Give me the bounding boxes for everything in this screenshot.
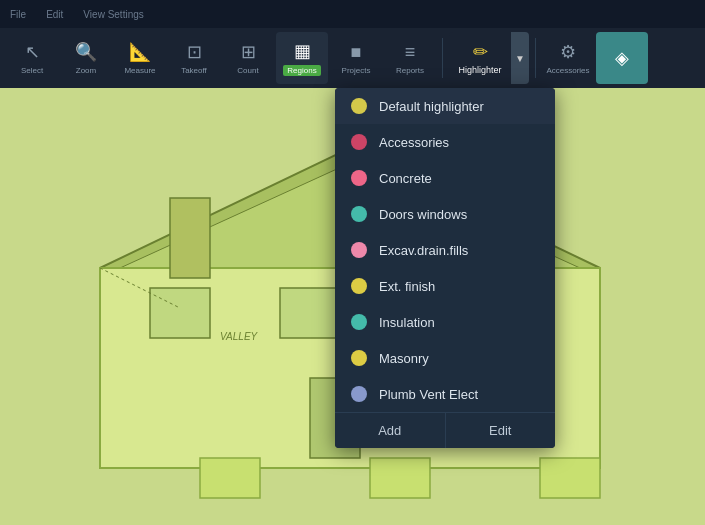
measure-icon: 📐 xyxy=(129,41,151,63)
svg-rect-9 xyxy=(200,458,260,498)
tool-zoom-label: Zoom xyxy=(76,66,96,75)
view-settings-label[interactable]: View Settings xyxy=(83,9,143,20)
tool-reports[interactable]: ≡ Reports xyxy=(384,32,436,84)
svg-rect-11 xyxy=(540,458,600,498)
add-button[interactable]: Add xyxy=(335,413,446,448)
toolbar-top: File Edit View Settings xyxy=(0,0,705,28)
toolbar: File Edit View Settings ↖ Select 🔍 Zoom … xyxy=(0,0,705,88)
dropdown-item-ext-finish[interactable]: Ext. finish xyxy=(335,268,555,304)
dropdown-item-concrete-label: Concrete xyxy=(379,171,432,186)
color-dot-ext-finish xyxy=(351,278,367,294)
svg-rect-5 xyxy=(280,288,340,338)
tool-count[interactable]: ⊞ Count xyxy=(222,32,274,84)
svg-rect-10 xyxy=(370,458,430,498)
tool-count-label: Count xyxy=(237,66,258,75)
color-dot-insulation xyxy=(351,314,367,330)
edit-label[interactable]: Edit xyxy=(46,9,63,20)
takeoff-icon: ⊡ xyxy=(187,41,202,63)
color-dot-accessories xyxy=(351,134,367,150)
tool-select-label: Select xyxy=(21,66,43,75)
dropdown-footer: Add Edit xyxy=(335,412,555,448)
chevron-down-icon: ▼ xyxy=(515,53,525,64)
dropdown-item-insulation-label: Insulation xyxy=(379,315,435,330)
tool-takeoff[interactable]: ⊡ Takeoff xyxy=(168,32,220,84)
color-dot-plumb xyxy=(351,386,367,402)
separator-1 xyxy=(442,38,443,78)
dropdown-item-accessories-label: Accessories xyxy=(379,135,449,150)
accessories-label: Accessories xyxy=(546,66,589,75)
tool-zoom[interactable]: 🔍 Zoom xyxy=(60,32,112,84)
dropdown-item-accessories[interactable]: Accessories xyxy=(335,124,555,160)
separator-2 xyxy=(535,38,536,78)
zoom-icon: 🔍 xyxy=(75,41,97,63)
svg-text:VALLEY: VALLEY xyxy=(220,331,259,342)
dropdown-item-default[interactable]: Default highlighter xyxy=(335,88,555,124)
dropdown-item-excav-label: Excav.drain.fills xyxy=(379,243,468,258)
dropdown-item-masonry[interactable]: Masonry xyxy=(335,340,555,376)
tool-reports-label: Reports xyxy=(396,66,424,75)
select-icon: ↖ xyxy=(25,41,40,63)
highlighter-group: ✏ Highlighter ▼ xyxy=(449,32,529,84)
tool-measure[interactable]: 📐 Measure xyxy=(114,32,166,84)
dropdown-item-doors-windows-label: Doors windows xyxy=(379,207,467,222)
color-dot-concrete xyxy=(351,170,367,186)
regions-label: Regions xyxy=(283,65,320,76)
accessories-icon: ⚙ xyxy=(560,41,576,63)
color-dot-default xyxy=(351,98,367,114)
tool-accessories[interactable]: ⚙ Accessories xyxy=(542,32,594,84)
svg-rect-8 xyxy=(170,198,210,278)
dropdown-item-concrete[interactable]: Concrete xyxy=(335,160,555,196)
highlighter-label: Highlighter xyxy=(458,65,501,75)
file-label[interactable]: File xyxy=(10,9,26,20)
highlighter-button[interactable]: ✏ Highlighter xyxy=(449,32,511,84)
dropdown-item-masonry-label: Masonry xyxy=(379,351,429,366)
tool-takeoff-label: Takeoff xyxy=(181,66,207,75)
tool-select[interactable]: ↖ Select xyxy=(6,32,58,84)
color-dot-doors-windows xyxy=(351,206,367,222)
dropdown-item-default-label: Default highlighter xyxy=(379,99,484,114)
dropdown-item-plumb[interactable]: Plumb Vent Elect xyxy=(335,376,555,412)
dropdown-item-insulation[interactable]: Insulation xyxy=(335,304,555,340)
dropdown-item-doors-windows[interactable]: Doors windows xyxy=(335,196,555,232)
highlighter-icon: ✏ xyxy=(473,41,488,63)
tool-projects[interactable]: ■ Projects xyxy=(330,32,382,84)
highlighter-dropdown-arrow[interactable]: ▼ xyxy=(511,32,529,84)
projects-icon: ■ xyxy=(351,42,362,63)
dropdown-item-plumb-label: Plumb Vent Elect xyxy=(379,387,478,402)
color-dot-masonry xyxy=(351,350,367,366)
dropdown-item-ext-finish-label: Ext. finish xyxy=(379,279,435,294)
reports-icon: ≡ xyxy=(405,42,416,63)
toolbar-bottom: ↖ Select 🔍 Zoom 📐 Measure ⊡ Takeoff ⊞ Co… xyxy=(0,28,705,88)
tool-active-item[interactable]: ◈ xyxy=(596,32,648,84)
color-dot-excav xyxy=(351,242,367,258)
edit-button[interactable]: Edit xyxy=(446,413,556,448)
highlighter-dropdown-menu: Default highlighter Accessories Concrete… xyxy=(335,88,555,448)
regions-icon: ▦ xyxy=(294,40,311,62)
count-icon: ⊞ xyxy=(241,41,256,63)
tool-regions[interactable]: ▦ Regions xyxy=(276,32,328,84)
svg-rect-4 xyxy=(150,288,210,338)
tool-measure-label: Measure xyxy=(124,66,155,75)
dropdown-item-excav[interactable]: Excav.drain.fills xyxy=(335,232,555,268)
tool-projects-label: Projects xyxy=(342,66,371,75)
active-icon: ◈ xyxy=(615,47,629,69)
